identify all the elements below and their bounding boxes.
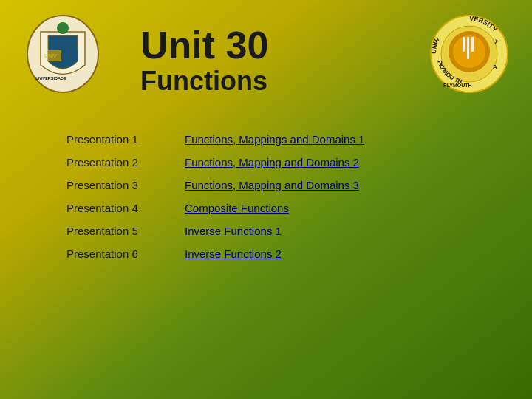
presentation-label: Presentation 6 (66, 248, 185, 260)
svg-rect-3 (48, 50, 61, 61)
unit-subtitle: Functions (140, 66, 414, 96)
presentation-label: Presentation 5 (66, 225, 185, 237)
svg-text:A: A (493, 64, 497, 70)
presentation-label: Presentation 4 (66, 202, 185, 214)
presentation-label: Presentation 2 (66, 156, 185, 168)
presentation-label: Presentation 1 (66, 133, 185, 146)
unit-title: Unit 30 (140, 24, 414, 66)
presentation-row: Presentation 2Functions, Mapping and Dom… (66, 156, 510, 168)
presentations-list: Presentation 1Functions, Mappings and Do… (0, 133, 532, 260)
svg-rect-4 (64, 50, 78, 61)
left-logo: UNIV UNIVERSIDADE (22, 13, 103, 95)
presentation-row: Presentation 4Composite Functions (66, 202, 510, 214)
right-logo: VERSITY UNI PLYMOUTH T H (429, 13, 510, 95)
svg-rect-13 (471, 37, 474, 52)
slide: UNIV UNIVERSIDADE Unit 30 Functions (0, 0, 532, 399)
presentation-label: Presentation 3 (66, 179, 185, 191)
presentation-row: Presentation 1Functions, Mappings and Do… (66, 133, 510, 146)
slide-content: UNIV UNIVERSIDADE Unit 30 Functions (0, 0, 532, 399)
presentation-link-6[interactable]: Inverse Functions 2 (185, 248, 282, 260)
presentation-row: Presentation 6Inverse Functions 2 (66, 248, 510, 260)
presentation-link-3[interactable]: Functions, Mapping and Domains 3 (185, 179, 359, 191)
presentation-link-1[interactable]: Functions, Mappings and Domains 1 (185, 133, 364, 146)
svg-text:UNIVERSIDADE: UNIVERSIDADE (35, 76, 66, 81)
presentation-link-2[interactable]: Functions, Mapping and Domains 2 (185, 156, 359, 168)
svg-point-1 (57, 22, 69, 34)
title-area: Unit 30 Functions (103, 13, 429, 96)
svg-rect-14 (463, 37, 465, 52)
presentation-link-4[interactable]: Composite Functions (185, 202, 289, 214)
presentation-link-5[interactable]: Inverse Functions 1 (185, 225, 282, 237)
presentation-row: Presentation 5Inverse Functions 1 (66, 225, 510, 237)
header: UNIV UNIVERSIDADE Unit 30 Functions (0, 0, 532, 96)
presentation-row: Presentation 3Functions, Mapping and Dom… (66, 179, 510, 191)
svg-rect-12 (467, 37, 469, 59)
